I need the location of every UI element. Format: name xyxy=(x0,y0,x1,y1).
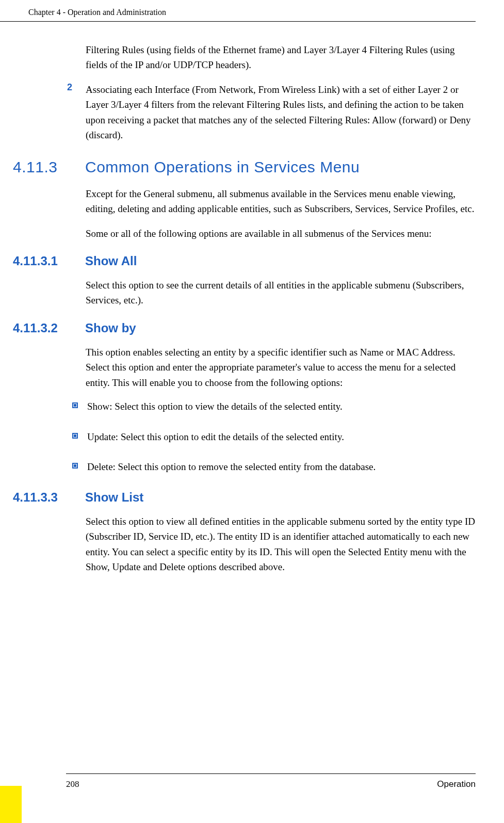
chapter-title: Chapter 4 - Operation and Administration xyxy=(28,8,166,17)
subsection-number: 4.11.3.2 xyxy=(13,321,85,335)
page-footer: 208 Operation xyxy=(0,773,476,789)
bullet-icon xyxy=(72,433,78,439)
section-4-11-3-para1: Except for the General submenu, all subm… xyxy=(86,186,476,217)
numbered-list-item: 2 Associating each Interface (From Netwo… xyxy=(67,82,476,143)
item-text: Associating each Interface (From Network… xyxy=(86,82,476,143)
bullet-icon xyxy=(72,402,78,408)
section-4-11-3-1-para: Select this option to see the current de… xyxy=(86,278,476,308)
subsection-title: Show by xyxy=(85,321,136,335)
section-heading-4-11-3-2: 4.11.3.2 Show by xyxy=(13,321,476,335)
section-title: Common Operations in Services Menu xyxy=(85,158,360,176)
yellow-bar xyxy=(0,786,22,823)
decorative-color-bars xyxy=(0,786,22,823)
footer-content: 208 Operation xyxy=(66,779,476,789)
section-4-11-3-2-para: This option enables selecting an entity … xyxy=(86,345,476,390)
section-4-11-3-para2: Some or all of the following options are… xyxy=(86,226,476,241)
intro-paragraph: Filtering Rules (using fields of the Eth… xyxy=(86,42,476,73)
bullet-icon xyxy=(72,463,78,469)
item-number: 2 xyxy=(67,82,76,143)
main-content: Filtering Rules (using fields of the Eth… xyxy=(0,22,504,574)
subsection-number: 4.11.3.1 xyxy=(13,254,85,268)
list-item: Delete: Select this option to remove the… xyxy=(72,460,476,475)
bullet-text: Update: Select this option to edit the d… xyxy=(87,430,344,445)
subsection-number: 4.11.3.3 xyxy=(13,490,85,505)
section-number: 4.11.3 xyxy=(13,158,85,176)
footer-label: Operation xyxy=(437,779,476,789)
list-item: Update: Select this option to edit the d… xyxy=(72,430,476,445)
subsection-title: Show List xyxy=(85,490,143,505)
list-item: Show: Select this option to view the det… xyxy=(72,399,476,414)
subsection-title: Show All xyxy=(85,254,137,268)
section-heading-4-11-3: 4.11.3 Common Operations in Services Men… xyxy=(13,158,476,176)
section-heading-4-11-3-1: 4.11.3.1 Show All xyxy=(13,254,476,268)
page-number: 208 xyxy=(66,779,79,789)
footer-divider xyxy=(66,773,476,774)
bullet-text: Show: Select this option to view the det… xyxy=(87,399,343,414)
section-4-11-3-3-para: Select this option to view all defined e… xyxy=(86,514,476,575)
bullet-text: Delete: Select this option to remove the… xyxy=(87,460,376,475)
bullet-list: Show: Select this option to view the det… xyxy=(72,399,476,475)
section-heading-4-11-3-3: 4.11.3.3 Show List xyxy=(13,490,476,505)
page-header: Chapter 4 - Operation and Administration xyxy=(0,0,476,22)
